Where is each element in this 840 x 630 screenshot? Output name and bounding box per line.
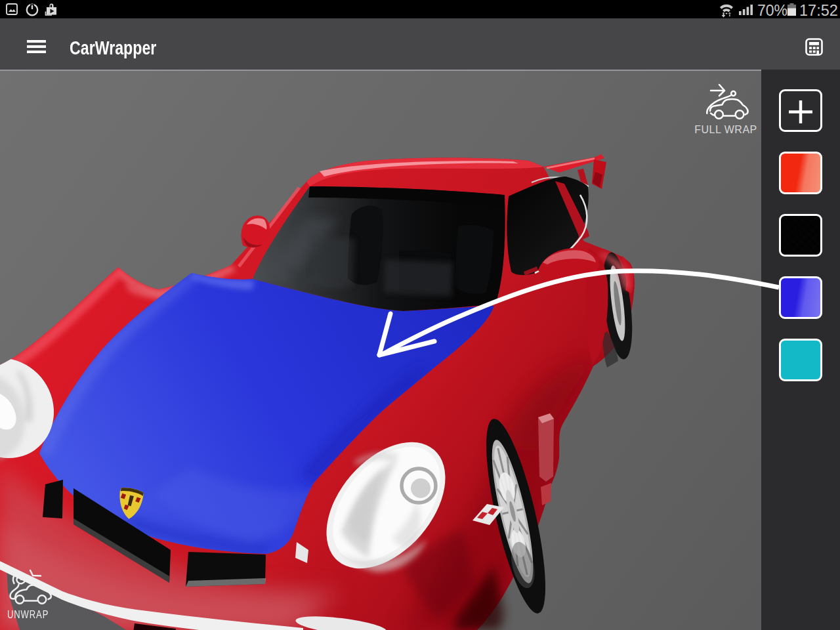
svg-text:17:52: 17:52 (799, 3, 838, 18)
svg-text:70%: 70% (757, 3, 788, 18)
